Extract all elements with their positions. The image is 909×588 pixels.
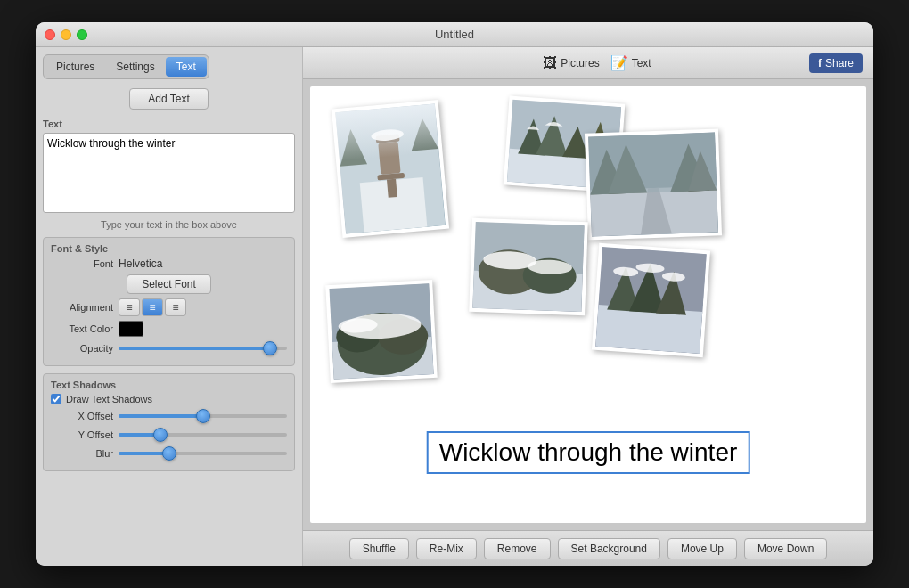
pictures-toolbar-label: Pictures bbox=[561, 57, 599, 69]
text-section-label: Text bbox=[43, 118, 295, 129]
alignment-label: Alignment bbox=[51, 302, 113, 313]
select-font-button[interactable]: Select Font bbox=[127, 274, 211, 294]
pictures-icon: 🖼 bbox=[543, 55, 557, 71]
tab-pictures[interactable]: Pictures bbox=[45, 57, 105, 77]
text-color-swatch[interactable] bbox=[119, 321, 143, 337]
y-offset-label: Y Offset bbox=[51, 429, 113, 440]
set-background-button[interactable]: Set Background bbox=[558, 538, 660, 559]
top-toolbar: 🖼 Pictures 📝 Text f Share bbox=[303, 47, 873, 79]
photo-5[interactable] bbox=[325, 280, 438, 383]
facebook-icon: f bbox=[818, 57, 822, 69]
share-button[interactable]: f Share bbox=[809, 53, 863, 73]
text-color-row: Text Color bbox=[51, 321, 287, 337]
text-overlay[interactable]: Wicklow through the winter bbox=[427, 431, 750, 474]
tab-bar: Pictures Settings Text bbox=[43, 54, 209, 79]
move-up-button[interactable]: Move Up bbox=[667, 538, 737, 559]
y-offset-row: Y Offset bbox=[51, 428, 287, 442]
draw-shadows-label: Draw Text Shadows bbox=[66, 394, 152, 404]
minimize-button[interactable] bbox=[61, 29, 71, 40]
text-section: Text Type your text in the box above bbox=[43, 118, 295, 230]
align-left-button[interactable]: ≡ bbox=[119, 298, 140, 316]
text-toolbar-label: Text bbox=[632, 57, 651, 69]
photo-4[interactable] bbox=[469, 218, 588, 315]
font-value: Helvetica bbox=[119, 257, 162, 270]
x-offset-row: X Offset bbox=[51, 409, 287, 423]
shuffle-button[interactable]: Shuffle bbox=[349, 538, 409, 559]
traffic-lights bbox=[45, 29, 87, 40]
text-color-label: Text Color bbox=[51, 323, 113, 334]
left-panel: Pictures Settings Text Add Text Text Typ… bbox=[36, 47, 303, 566]
text-input[interactable] bbox=[43, 133, 295, 213]
tab-text[interactable]: Text bbox=[166, 57, 207, 77]
text-shadows-section: Text Shadows Draw Text Shadows X Offset bbox=[43, 373, 295, 471]
main-window: Untitled Pictures Settings Text Add Text… bbox=[36, 22, 873, 566]
bottom-toolbar: Shuffle Re-Mix Remove Set Background Mov… bbox=[303, 530, 873, 566]
right-panel: 🖼 Pictures 📝 Text f Share bbox=[303, 47, 873, 566]
draw-shadows-checkbox[interactable] bbox=[51, 394, 61, 404]
blur-label: Blur bbox=[51, 448, 113, 459]
blur-row: Blur bbox=[51, 446, 287, 461]
toolbar-items: 🖼 Pictures 📝 Text bbox=[543, 54, 651, 71]
alignment-buttons: ≡ ≡ ≡ bbox=[119, 298, 186, 316]
titlebar: Untitled bbox=[36, 22, 873, 47]
tab-settings[interactable]: Settings bbox=[105, 57, 165, 77]
move-down-button[interactable]: Move Down bbox=[744, 538, 827, 559]
svg-rect-5 bbox=[387, 179, 397, 198]
toolbar-text[interactable]: 📝 Text bbox=[610, 54, 651, 71]
photo-3[interactable] bbox=[585, 128, 722, 240]
x-offset-label: X Offset bbox=[51, 411, 113, 421]
draw-shadows-row: Draw Text Shadows bbox=[51, 394, 287, 404]
opacity-row: Opacity bbox=[51, 341, 287, 355]
maximize-button[interactable] bbox=[77, 29, 87, 40]
align-center-button[interactable]: ≡ bbox=[142, 298, 163, 316]
close-button[interactable] bbox=[45, 29, 55, 40]
photo-6[interactable] bbox=[592, 243, 710, 357]
align-right-button[interactable]: ≡ bbox=[165, 298, 186, 316]
photo-1[interactable] bbox=[332, 100, 449, 238]
text-icon: 📝 bbox=[610, 54, 628, 71]
text-hint: Type your text in the box above bbox=[43, 219, 295, 230]
blur-slider[interactable] bbox=[119, 446, 287, 461]
font-style-section: Font & Style Font Helvetica Select Font … bbox=[43, 237, 295, 366]
opacity-slider[interactable] bbox=[119, 341, 287, 355]
remove-button[interactable]: Remove bbox=[484, 538, 551, 559]
toolbar-pictures[interactable]: 🖼 Pictures bbox=[543, 55, 599, 71]
add-text-button[interactable]: Add Text bbox=[129, 88, 208, 110]
alignment-row: Alignment ≡ ≡ ≡ bbox=[51, 298, 287, 316]
svg-rect-11 bbox=[588, 133, 717, 195]
font-row: Font Helvetica bbox=[51, 257, 287, 270]
remix-button[interactable]: Re-Mix bbox=[416, 538, 477, 559]
font-style-label: Font & Style bbox=[51, 243, 287, 254]
opacity-label: Opacity bbox=[51, 343, 113, 354]
x-offset-slider[interactable] bbox=[119, 409, 287, 423]
font-label: Font bbox=[51, 258, 113, 269]
canvas-area: Wicklow through the winter bbox=[310, 86, 866, 523]
main-content: Pictures Settings Text Add Text Text Typ… bbox=[36, 47, 873, 566]
y-offset-slider[interactable] bbox=[119, 428, 287, 442]
text-shadows-label: Text Shadows bbox=[51, 380, 287, 390]
window-title: Untitled bbox=[435, 28, 474, 41]
